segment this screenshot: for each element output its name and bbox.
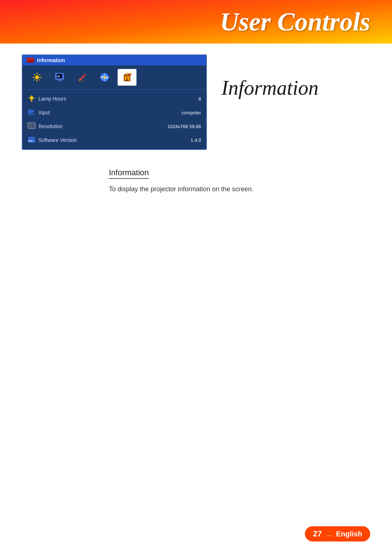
osd-tab-picture[interactable]	[73, 69, 91, 86]
osd-tabs: M	[23, 65, 206, 90]
svg-rect-22	[125, 77, 127, 78]
lamp-hours-value: 8	[199, 96, 201, 102]
version-row-icon: VER	[28, 136, 36, 144]
right-panel-heading: Information	[221, 77, 319, 99]
page-dots: ...	[326, 530, 332, 538]
osd-tab-color[interactable]	[95, 69, 114, 86]
info-section-heading: Information	[109, 168, 149, 179]
input-value: computer	[181, 110, 201, 115]
input-icon: M	[54, 72, 65, 82]
osd-row-input: Input computer	[23, 106, 206, 119]
svg-rect-39	[33, 111, 35, 112]
svg-rect-23	[128, 77, 129, 78]
osd-row-version: VER Software Version 1.4.0	[23, 133, 206, 147]
input-row-icon	[28, 109, 36, 116]
osd-tab-input[interactable]: M	[50, 69, 69, 86]
lamp-hours-icon	[28, 95, 36, 103]
osd-title-bar: Information	[23, 55, 206, 65]
software-version-value: 1.4.0	[191, 138, 201, 143]
osd-row-lamp: Lamp Hours 8	[23, 92, 206, 106]
svg-point-32	[30, 96, 33, 100]
svg-text:VER: VER	[28, 140, 33, 142]
osd-info-rows: Lamp Hours 8 Input computer	[23, 90, 206, 149]
svg-rect-13	[57, 81, 62, 81]
page-title: User Controls	[220, 7, 370, 37]
info-section: Information To display the projector inf…	[0, 161, 392, 202]
osd-title-icon	[27, 58, 34, 63]
software-version-label: Software Version	[38, 137, 188, 143]
svg-line-7	[39, 74, 40, 75]
svg-text:M: M	[58, 75, 60, 78]
svg-line-5	[34, 74, 35, 75]
resolution-value: 1024x768 59.86	[167, 124, 201, 129]
svg-point-28	[126, 73, 128, 75]
page-language: English	[336, 530, 362, 538]
svg-rect-49	[28, 138, 35, 139]
input-label: Input	[38, 110, 179, 115]
right-panel: Information	[221, 54, 370, 150]
osd-panel: Information	[22, 54, 207, 150]
display-icon	[32, 72, 42, 82]
osd-tab-display[interactable]	[28, 69, 46, 86]
color-icon	[99, 72, 110, 82]
svg-point-20	[103, 76, 106, 79]
svg-point-30	[130, 73, 131, 74]
main-content: Information	[0, 44, 392, 161]
lamp-hours-label: Lamp Hours	[38, 96, 196, 102]
svg-line-8	[34, 79, 35, 81]
osd-title-text: Information	[37, 57, 65, 63]
picture-icon	[77, 72, 87, 82]
page-number: 27	[313, 529, 322, 539]
svg-point-0	[35, 75, 39, 79]
page-header: User Controls	[0, 0, 392, 44]
osd-row-resolution: Resolution 1024x768 59.86	[23, 119, 206, 133]
resolution-label: Resolution	[38, 123, 164, 129]
osd-tab-info[interactable]	[118, 69, 136, 86]
info-icon	[122, 72, 132, 82]
svg-rect-16	[78, 81, 86, 82]
resolution-row-icon	[28, 122, 36, 130]
svg-rect-26	[126, 79, 128, 81]
svg-rect-38	[28, 110, 33, 113]
info-section-description: To display the projector information on …	[109, 184, 370, 195]
page-indicator: 27 ... English	[305, 526, 370, 541]
